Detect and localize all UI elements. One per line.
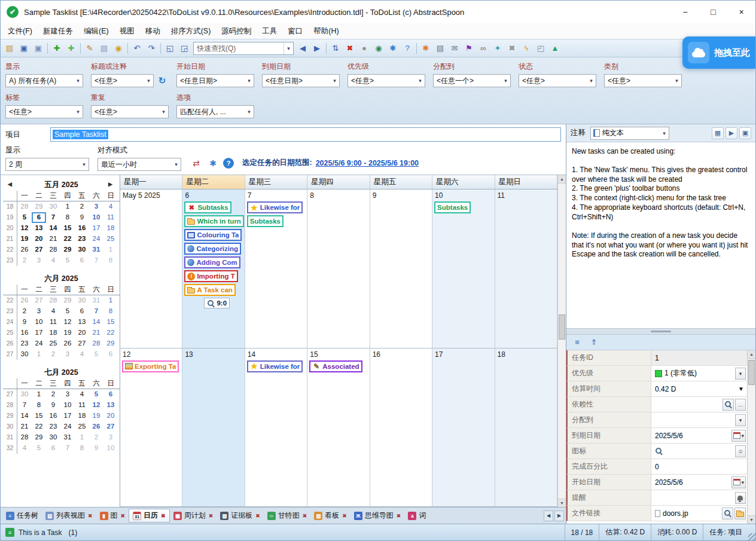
comments-format-combo[interactable]: 纯文本 ▾ — [590, 127, 669, 140]
mini-day[interactable]: 8 — [60, 212, 75, 223]
attribute-value-cell[interactable]: 2025/5/6▾ — [651, 475, 747, 490]
mini-day[interactable]: 6 — [103, 389, 118, 400]
filter-tag-combo[interactable]: <任意>▾ — [5, 105, 83, 118]
upload-icon[interactable]: ▲ — [548, 41, 562, 56]
comments-body[interactable]: New tasks can be created using:1. The 'N… — [566, 142, 755, 328]
tab-word-cloud[interactable]: a词 — [404, 509, 429, 522]
mini-day[interactable]: 5 — [32, 443, 46, 454]
mini-day[interactable]: 7 — [89, 255, 103, 266]
icon-search-icon[interactable] — [655, 447, 663, 455]
weeks-display-combo[interactable]: 2 周 ▾ — [5, 158, 89, 171]
filter-due-date-combo[interactable]: <任意日期>▾ — [262, 74, 340, 87]
mini-day[interactable]: 29 — [60, 244, 75, 255]
mini-day[interactable]: 29 — [103, 338, 118, 349]
menu-item[interactable]: 工具 — [257, 24, 282, 39]
task-item[interactable]: Colouring Ta — [184, 229, 242, 241]
file-browse-icon[interactable] — [734, 508, 746, 519]
attribute-scrollbar[interactable]: ▲ ▼ — [747, 350, 755, 524]
mini-day[interactable]: 26 — [60, 338, 75, 349]
print-icon[interactable]: ▤ — [433, 41, 447, 56]
mini-day[interactable]: 2 — [17, 306, 32, 317]
file-search-icon[interactable] — [722, 508, 733, 519]
calendar-day-cell[interactable]: 9 — [370, 189, 432, 348]
web-update-icon[interactable]: ◉ — [371, 41, 386, 56]
open-tasklist-icon[interactable]: ▤ — [2, 41, 17, 56]
mini-day[interactable]: 5 — [89, 389, 103, 400]
mini-day[interactable]: 4 — [103, 201, 118, 212]
mini-day[interactable]: 6 — [103, 349, 118, 360]
minimize-button[interactable]: − — [671, 1, 699, 23]
mini-day[interactable]: 11 — [46, 317, 60, 328]
spellcheck-icon[interactable]: ● — [357, 41, 371, 56]
mini-day[interactable]: 2 — [89, 432, 103, 443]
emoji-picker-icon[interactable]: ☺ — [735, 445, 746, 457]
menu-item[interactable]: 新建任务 — [38, 24, 78, 39]
close-button[interactable]: × — [727, 1, 755, 23]
mini-day[interactable]: 8 — [32, 400, 46, 411]
mini-day[interactable]: 7 — [46, 212, 60, 223]
save-all-icon[interactable]: ▣ — [31, 41, 45, 56]
new-task-icon[interactable]: ✚ — [50, 41, 64, 56]
mini-day[interactable]: 22 — [32, 421, 46, 432]
tab-evidence-board[interactable]: ▧证据板✖ — [217, 509, 264, 522]
close-view-icon[interactable]: ✖ — [342, 513, 347, 519]
close-view-icon[interactable]: ✖ — [397, 513, 401, 519]
mini-day[interactable]: 18 — [46, 328, 60, 338]
attribute-value-cell[interactable]: 0 — [651, 459, 747, 474]
calendar-scrollbar[interactable]: ▲ ▼ — [557, 175, 566, 507]
redo-icon[interactable]: ↷ — [144, 41, 158, 56]
mini-day[interactable]: 14 — [46, 223, 60, 234]
tab-calendar[interactable]: 31日历✖ — [129, 509, 170, 522]
maximize-button[interactable]: □ — [699, 1, 727, 23]
project-input[interactable]: Sample Tasklist — [50, 127, 561, 142]
mini-day[interactable]: 13 — [75, 317, 89, 328]
mini-day[interactable]: 1 — [32, 349, 46, 360]
horizontal-splitter[interactable] — [566, 328, 755, 335]
calendar-day-cell[interactable]: 7★Likewise forSubtasks — [245, 189, 307, 348]
delete-task-icon[interactable]: ✖ — [343, 41, 357, 56]
scroll-up-icon[interactable]: ▲ — [558, 175, 566, 184]
mini-day[interactable]: 4 — [46, 306, 60, 317]
tab-chart[interactable]: ▮图✖ — [96, 509, 129, 522]
mini-day[interactable]: 23 — [46, 421, 60, 432]
mini-day[interactable]: 28 — [17, 201, 32, 212]
menu-item[interactable]: 文件(F) — [2, 24, 38, 39]
dropdown-icon[interactable]: ▾ — [735, 414, 746, 426]
edit-comments-icon[interactable]: ▤ — [97, 41, 111, 56]
mini-day[interactable]: 9 — [46, 400, 60, 411]
mini-day[interactable]: 3 — [89, 201, 103, 212]
mini-day[interactable]: 2 — [46, 349, 60, 360]
close-view-icon[interactable]: ✖ — [88, 513, 93, 519]
calendar-day-cell[interactable]: 13 — [182, 349, 245, 507]
mini-day[interactable]: 12 — [60, 317, 75, 328]
calendar-day-cell[interactable]: 8 — [307, 189, 370, 348]
task-item[interactable]: ★Likewise for — [247, 360, 303, 372]
menu-item[interactable]: 视图 — [114, 24, 140, 39]
mini-day[interactable]: 30 — [75, 244, 89, 255]
mini-day[interactable]: 31 — [89, 244, 103, 255]
mini-day[interactable]: 15 — [60, 223, 75, 234]
filter-options-combo[interactable]: 匹配任何人, ...▾ — [176, 105, 254, 118]
email-icon[interactable]: ✉ — [447, 41, 462, 56]
mini-day[interactable]: 4 — [75, 349, 89, 360]
task-item[interactable]: A Task can — [184, 284, 235, 296]
task-item[interactable]: ✎Associated — [309, 360, 362, 372]
mini-day[interactable]: 4 — [17, 443, 32, 454]
mini-day[interactable]: 26 — [89, 421, 103, 432]
tab-scroll-right-icon[interactable]: ▶ — [554, 511, 564, 521]
dependency-search-icon[interactable] — [723, 399, 734, 411]
export-icon[interactable]: ⚑ — [462, 41, 476, 56]
mini-day[interactable]: 30 — [17, 349, 32, 360]
tab-task-tree[interactable]: ≡任务树 — [2, 509, 42, 522]
calendar-preferences-gear-icon[interactable]: ✱ — [206, 157, 220, 170]
attribute-value-cell[interactable]: ▾ — [651, 412, 747, 427]
task-item[interactable]: Subtasks — [247, 215, 284, 227]
attribute-value-cell[interactable]: 2025/5/6▾ — [651, 428, 747, 443]
mini-day[interactable]: 30 — [46, 432, 60, 443]
goto-selected-task-icon[interactable]: ⇄ — [190, 157, 203, 170]
resize-grip[interactable] — [748, 533, 755, 540]
mini-day[interactable]: 21 — [46, 234, 60, 244]
task-item[interactable]: !Importing T — [184, 270, 237, 282]
filter-recurrence-combo[interactable]: <任意>▾ — [91, 105, 169, 118]
mini-day[interactable]: 16 — [17, 328, 32, 338]
